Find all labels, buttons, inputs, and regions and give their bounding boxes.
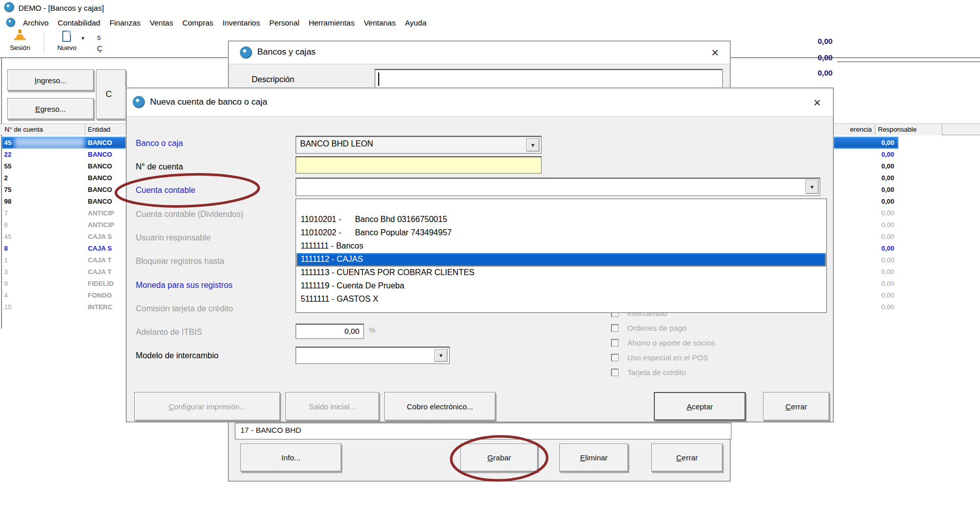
list-item-cuenta[interactable]: 1111112 - CAJAS: [297, 253, 826, 266]
cuenta-contable-list: 11010201 - Banco Bhd 0316675001511010202…: [296, 199, 827, 313]
menu-bar: ArchivoContabilidadFinanzasVentasCompras…: [0, 15, 980, 30]
list-item-cuenta[interactable]: 11010201 - Banco Bhd 03166750015: [297, 213, 826, 227]
num-cuenta-input[interactable]: [296, 156, 542, 174]
cell-num-cuenta: 9: [4, 280, 8, 287]
chevron-down-icon[interactable]: ▼: [434, 349, 448, 362]
panel-border: [837, 61, 980, 62]
list-item-cuenta[interactable]: 11010202 - Banco Popular 743494957: [297, 227, 826, 240]
list-item-cuenta[interactable]: 1111111 - Bancos: [297, 240, 826, 253]
chevron-down-icon[interactable]: ▼: [81, 36, 85, 41]
redaction-blur: [14, 208, 85, 218]
cell-num-cuenta: 75: [4, 186, 11, 193]
banco-combo-value: BANCO BHD LEON: [300, 139, 373, 149]
menu-item-inventarios[interactable]: Inventarios: [218, 18, 264, 27]
dialog-nueva-titlebar[interactable]: Nueva cuenta de banco o caja ✕: [127, 88, 833, 117]
menu-item-ayuda[interactable]: Ayuda: [400, 18, 431, 27]
cell-entidad: FONDO: [88, 291, 112, 299]
dialog-bancos-titlebar[interactable]: Bancos y cajas ✕: [229, 41, 730, 64]
menu-item-herramientas[interactable]: Herramientas: [304, 18, 359, 27]
menu-item-archivo[interactable]: Archivo: [18, 18, 53, 27]
cell-diferencia: 0,00: [881, 280, 894, 287]
redaction-blur: [14, 302, 85, 312]
cell-num-cuenta: 8: [4, 244, 8, 252]
eliminar-button[interactable]: Eliminar: [559, 444, 628, 472]
cell-diferencia: 0,00: [881, 221, 894, 229]
cell-entidad: BANCO: [88, 151, 112, 158]
num-cuenta-label: N° de cuenta: [136, 162, 183, 172]
checkbox[interactable]: [611, 354, 619, 361]
close-icon[interactable]: ✕: [810, 95, 825, 110]
cell-diferencia: 0,00: [881, 233, 894, 240]
cell-num-cuenta: 7: [4, 209, 8, 217]
banco-o-caja-combo[interactable]: BANCO BHD LEON ▼: [296, 136, 542, 154]
info-button[interactable]: Info...: [240, 444, 341, 472]
menu-item-personal[interactable]: Personal: [264, 18, 304, 27]
configurar-impresion-button[interactable]: Configurar impresión...: [134, 392, 280, 421]
chevron-down-icon[interactable]: ▼: [805, 180, 819, 194]
cell-diferencia: 0,00: [881, 291, 894, 299]
checkbox-row: Ahorro o aporte de socios: [611, 337, 825, 352]
cell-entidad: ANTICIP: [88, 221, 114, 229]
close-icon[interactable]: ✕: [707, 45, 723, 60]
redaction-blur: [14, 255, 85, 265]
checkbox-label: Ahorro o aporte de socios: [627, 338, 715, 347]
checkbox-label: Uso especial en el POS: [627, 353, 708, 362]
list-item-cuenta[interactable]: 1111119 - Cuenta De Prueba: [297, 280, 826, 293]
cerrar-button[interactable]: Cerrar: [651, 444, 723, 472]
checkbox-label: Ordenes de pago: [627, 324, 687, 332]
egreso-button[interactable]: Egreso...: [7, 98, 94, 119]
cell-diferencia: 0,00: [881, 198, 894, 205]
dialog-logo-icon: [240, 46, 252, 59]
cuenta-dividendos-label: Cuenta contable (Dividendos): [136, 210, 243, 219]
modelo-intercambio-combo[interactable]: ▼: [296, 347, 450, 364]
redaction-blur: [14, 196, 85, 206]
cell-entidad: FIDELID: [88, 280, 114, 287]
grabar-button[interactable]: Grabar: [460, 444, 538, 472]
list-item-cuenta[interactable]: 1111113 - CUENTAS POR COBRAR CLIENTES: [297, 266, 826, 280]
app-title: DEMO - [Bancos y cajas]: [18, 4, 104, 12]
moneda-registros-label: Moneda para sus registros: [136, 281, 232, 290]
sesion-label: Sesión: [3, 44, 37, 52]
column-header-num-cuenta[interactable]: N° de cuenta: [2, 124, 85, 135]
cuenta-contable-combo[interactable]: [296, 178, 820, 196]
dialog-nueva-title: Nueva cuenta de banco o caja: [150, 97, 267, 107]
sesion-button[interactable]: Sesión: [3, 30, 37, 55]
occluded-button[interactable]: C: [96, 69, 126, 119]
cerrar-button[interactable]: Cerrar: [763, 392, 829, 421]
ingreso-button[interactable]: Ingreso...: [7, 69, 94, 91]
checkbox[interactable]: [611, 339, 619, 347]
cell-num-cuenta: 55: [4, 162, 11, 170]
redaction-blur: [14, 149, 85, 159]
saldo-inicial-button[interactable]: Saldo inicial...: [285, 392, 379, 421]
list-item-cuenta[interactable]: [297, 200, 826, 213]
cell-num-cuenta: 6: [4, 221, 8, 229]
redaction-blur: [14, 243, 85, 253]
checkbox[interactable]: [611, 324, 619, 332]
cell-num-cuenta: 98: [4, 198, 11, 205]
column-header-responsable[interactable]: Responsable: [875, 124, 942, 135]
dialog-nueva-cuenta: Nueva cuenta de banco o caja ✕ Banco o c…: [126, 88, 834, 422]
aceptar-button[interactable]: Aceptar: [654, 392, 746, 421]
cell-num-cuenta: 10: [4, 303, 11, 311]
nuevo-button[interactable]: Nuevo: [49, 30, 85, 55]
cobro-electronico-button[interactable]: Cobro electrónico...: [384, 392, 496, 421]
list-item-cuenta[interactable]: 5111111 - GASTOS X: [297, 293, 826, 306]
redaction-blur: [14, 266, 85, 277]
menu-item-contabilidad[interactable]: Contabilidad: [53, 18, 105, 27]
nuevo-label: Nuevo: [49, 44, 85, 52]
checkbox[interactable]: [611, 369, 619, 376]
cell-entidad: BANCO: [88, 139, 112, 146]
chevron-down-icon[interactable]: ▼: [526, 138, 540, 152]
redaction-blur: [14, 290, 85, 300]
occluded-toolbar-fragment: Ç: [97, 44, 103, 53]
record-field[interactable]: 17 - BANCO BHD: [235, 422, 731, 439]
menu-item-ventanas[interactable]: Ventanas: [359, 18, 401, 27]
menu-item-compras[interactable]: Compras: [178, 18, 218, 27]
cell-diferencia: 0,00: [881, 268, 894, 276]
comision-tarjeta-label: Comisión tarjeta de crédito: [136, 304, 233, 313]
redaction-blur: [14, 161, 85, 171]
adelanto-itbis-input[interactable]: 0,00: [296, 324, 364, 339]
menu-item-ventas[interactable]: Ventas: [145, 18, 178, 27]
adelanto-value: 0,00: [345, 327, 359, 335]
menu-item-finanzas[interactable]: Finanzas: [105, 18, 145, 27]
